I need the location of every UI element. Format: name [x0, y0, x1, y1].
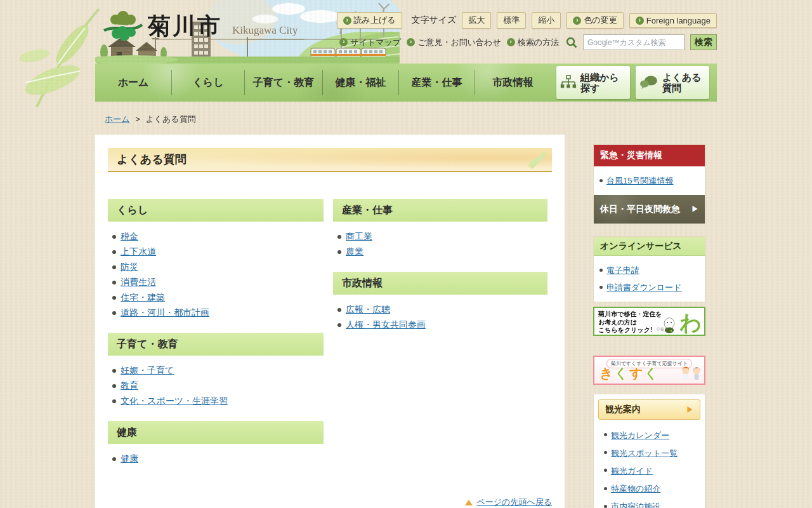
online-services-heading: オンラインサービス: [594, 237, 705, 256]
nav-item-home[interactable]: ホーム: [95, 70, 171, 95]
migration-banner[interactable]: 菊川市で移住・定住を お考えの方は こちらをクリック! ©菊川市 わ: [593, 307, 705, 336]
color-change-button[interactable]: › 色の変更: [566, 12, 623, 29]
faq-link-bosai[interactable]: 防災: [121, 262, 138, 273]
search-help-link[interactable]: › 検索の方法: [507, 37, 559, 48]
faq-link-jutaku[interactable]: 住宅・建築: [121, 292, 165, 304]
list-item: 住宅・建築: [108, 290, 324, 305]
list-item: 消費生活: [108, 275, 324, 290]
nav-item-sangyo[interactable]: 産業・仕事: [398, 70, 475, 95]
search-input[interactable]: [583, 34, 684, 50]
list-item: 税金: [108, 229, 324, 244]
list-item: 申請書ダウンロード: [598, 279, 701, 296]
org-chart-icon: [560, 75, 577, 90]
font-standard-label: 標準: [503, 15, 520, 26]
nav-item-kenko[interactable]: 健康・福祉: [322, 70, 398, 95]
list-item: 観光スポット一覧: [602, 444, 697, 462]
faq-link-ninshin[interactable]: 妊娠・子育て: [121, 365, 174, 377]
list-item: 文化・スポーツ・生涯学習: [108, 394, 324, 409]
arrow-circle-icon: ›: [339, 38, 348, 46]
right-arrow-icon: ▶: [691, 204, 698, 214]
org-search-button[interactable]: 組織から 探す: [556, 66, 630, 99]
arrow-circle-icon: ›: [573, 17, 581, 25]
nav-item-kurashi[interactable]: くらし: [171, 70, 244, 95]
faq-nav-button[interactable]: よくある 質問: [636, 66, 709, 99]
section-heading: 市政情報: [333, 272, 547, 295]
up-triangle-icon: [465, 500, 473, 505]
emergency-heading: 緊急・災害情報: [594, 145, 705, 166]
contact-label: ご意見・お問い合わせ: [417, 37, 501, 48]
leaf-icon: [521, 150, 547, 171]
back-to-top-link[interactable]: ページの先頭へ戻る: [465, 497, 552, 508]
faq-link-josuido[interactable]: 上下水道: [121, 246, 156, 258]
list-item: 妊娠・子育て: [108, 363, 324, 378]
arrow-circle-icon: ›: [407, 38, 415, 46]
main-nav: ホーム くらし 子育て・教育 健康・福祉 産業・仕事 市政情報 組織から 探す …: [95, 64, 717, 102]
faq-link-shokogyo[interactable]: 商工業: [346, 231, 372, 243]
nav-item-shisei[interactable]: 市政情報: [475, 70, 551, 95]
tourism-guide-button[interactable]: 観光案内 ▶: [598, 399, 700, 420]
nav-item-kosodate[interactable]: 子育て・教育: [244, 70, 322, 95]
faq-link-bunka[interactable]: 文化・スポーツ・生涯学習: [121, 396, 228, 407]
section-sangyo: 産業・仕事 商工業 農業: [333, 199, 547, 260]
e-application-link[interactable]: 電子申請: [606, 265, 639, 275]
list-item: 商工業: [333, 229, 547, 244]
contact-link[interactable]: › ご意見・お問い合わせ: [407, 37, 501, 48]
tea-leaf-decoration: [0, 5, 103, 126]
list-item: 農業: [333, 244, 547, 260]
foreign-language-button[interactable]: › Foreign language: [629, 13, 717, 28]
faq-column-right: 産業・仕事 商工業 農業 市政情報 広報・広聴 人権・男女共同参画: [333, 199, 547, 345]
search-button[interactable]: 検索: [690, 34, 717, 50]
list-item: 特産物の紹介: [602, 480, 697, 498]
faq-column-left: くらし 税金 上下水道 防災 消費生活 住宅・建築 道路・河川・都市計画 子育て…: [108, 199, 324, 479]
faq-link-shohi[interactable]: 消費生活: [121, 277, 156, 288]
breadcrumb-current: よくある質問: [145, 114, 195, 124]
faq-link-nogyo[interactable]: 農業: [346, 246, 363, 258]
section-shisei: 市政情報 広報・広聴 人権・男女共同参画: [333, 272, 547, 333]
form-download-link[interactable]: 申請書ダウンロード: [606, 283, 682, 292]
font-shrink-button[interactable]: 縮小: [532, 12, 561, 29]
utility-bar: › 読み上げる 文字サイズ 拡大 標準 縮小 › 色の変更 › Foreign …: [337, 12, 717, 29]
list-item: 上下水道: [108, 244, 324, 260]
org-search-label: 組織から 探す: [580, 72, 619, 94]
list-item: 市内宿泊施設: [602, 498, 697, 508]
tourism-guidebook-link[interactable]: 観光ガイド: [611, 466, 653, 476]
holiday-emergency-label: 休日・平日夜間救急: [600, 204, 680, 215]
read-aloud-button[interactable]: › 読み上げる: [337, 12, 402, 29]
holiday-emergency-button[interactable]: 休日・平日夜間救急 ▶: [594, 195, 705, 224]
sitemap-link[interactable]: › サイトマップ: [339, 37, 401, 48]
chat-bubbles-icon: [639, 75, 658, 90]
arrow-circle-icon: ›: [343, 17, 351, 25]
font-enlarge-button[interactable]: 拡大: [462, 12, 491, 29]
site-title: 菊川市: [148, 11, 222, 42]
list-item: 台風15号関連情報: [598, 172, 701, 189]
faq-link-jinken[interactable]: 人権・男女共同参画: [346, 319, 426, 331]
tourism-spots-link[interactable]: 観光スポット一覧: [611, 448, 678, 458]
list-item: 防災: [108, 260, 324, 275]
section-links: 広報・広聴 人権・男女共同参画: [333, 302, 547, 333]
site-logo[interactable]: 菊川市 Kikugawa City: [103, 10, 298, 42]
list-item: 観光ガイド: [602, 462, 697, 479]
font-size-label: 文字サイズ: [412, 15, 457, 26]
read-aloud-label: 読み上げる: [354, 15, 396, 26]
font-standard-button[interactable]: 標準: [497, 12, 526, 29]
breadcrumb-home-link[interactable]: ホーム: [105, 114, 130, 124]
lodging-link[interactable]: 市内宿泊施設: [611, 502, 660, 508]
section-links: 健康: [108, 451, 324, 467]
list-item: 教育: [108, 378, 324, 394]
faq-link-doro[interactable]: 道路・河川・都市計画: [121, 307, 209, 319]
section-kenko: 健康 健康: [108, 421, 324, 467]
list-item: 健康: [108, 451, 324, 467]
page-title-banner: よくある質問: [108, 148, 552, 172]
section-heading: くらし: [108, 199, 324, 222]
kikusuku-banner[interactable]: 菊川ですくすく子育て応援サイト きくすく: [593, 356, 705, 385]
typhoon-info-link[interactable]: 台風15号関連情報: [606, 176, 673, 185]
tourism-calendar-link[interactable]: 観光カレンダー: [611, 431, 669, 440]
color-change-label: 色の変更: [584, 15, 617, 26]
faq-link-kyoiku[interactable]: 教育: [121, 380, 138, 392]
faq-link-koho[interactable]: 広報・広聴: [346, 304, 390, 316]
specialty-products-link[interactable]: 特産物の紹介: [611, 484, 660, 493]
children-icon: [681, 366, 702, 382]
right-arrow-icon: ▶: [686, 405, 693, 415]
faq-link-zeikin[interactable]: 税金: [121, 231, 138, 243]
faq-link-kenko[interactable]: 健康: [121, 453, 138, 465]
